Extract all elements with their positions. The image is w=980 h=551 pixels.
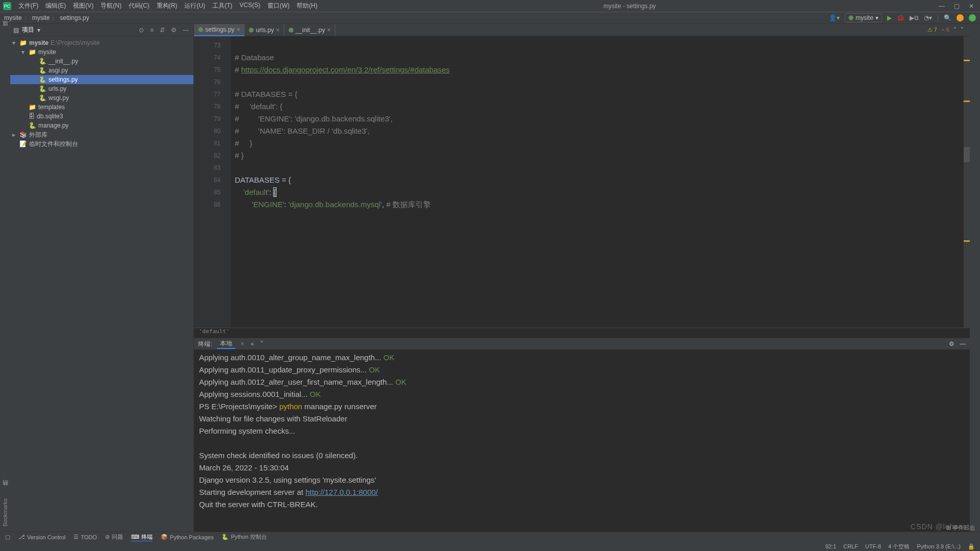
line-number[interactable]: 85	[194, 186, 220, 198]
menu-item[interactable]: 文件(F)	[15, 2, 41, 10]
profile-button[interactable]: ◔▾	[924, 14, 932, 21]
line-number[interactable]: 78	[194, 101, 220, 113]
code-analysis-indicator[interactable]: ⚠ 7 ⌁ 6 ˄ ˅	[927, 27, 970, 33]
code-line[interactable]: 'ENGINE': 'django.db.backends.mysql', # …	[235, 198, 970, 211]
tree-item[interactable]: 🐍asgi.py	[10, 66, 193, 75]
terminal-tab-close-icon[interactable]: ×	[240, 340, 244, 347]
code-line[interactable]: # 'NAME': BASE_DIR / 'db.sqlite3',	[235, 125, 970, 137]
chevron-down-icon[interactable]: ˅	[961, 27, 964, 33]
menu-item[interactable]: 重构(R)	[154, 2, 181, 10]
menu-item[interactable]: 窗口(W)	[264, 2, 292, 10]
line-number[interactable]: 77	[194, 88, 220, 101]
editor-tab[interactable]: ⬢__init__.py×	[284, 24, 335, 36]
code-editor[interactable]: 7374757677787980818283848586 # Database#…	[194, 36, 970, 328]
code-line[interactable]: # 'default': {	[235, 101, 970, 113]
line-separator[interactable]: CRLF	[843, 543, 858, 549]
run-configuration-selector[interactable]: ⬢ mysite ▾	[845, 13, 882, 22]
breadcrumb-item[interactable]: mysite	[32, 14, 50, 21]
bottom-tool-Version Control[interactable]: ⎇Version Control	[18, 534, 65, 540]
close-tab-icon[interactable]: ×	[236, 26, 240, 33]
chevron-down-icon[interactable]: ▾	[37, 27, 40, 34]
terminal-output[interactable]: Applying auth.0010_alter_group_name_max_…	[194, 349, 970, 532]
close-icon[interactable]: ✕	[969, 3, 974, 10]
expand-all-icon[interactable]: ≡	[149, 27, 155, 34]
line-number[interactable]: 73	[194, 39, 220, 52]
menu-item[interactable]: 工具(T)	[209, 2, 235, 10]
line-number[interactable]: 75	[194, 64, 220, 76]
line-number-gutter[interactable]: 7374757677787980818283848586	[194, 36, 225, 328]
code-line[interactable]	[235, 76, 970, 88]
tree-item[interactable]: 📁templates	[10, 103, 193, 112]
menu-item[interactable]: 视图(V)	[70, 2, 96, 10]
tree-item[interactable]: 🗄db.sqlite3	[10, 112, 193, 121]
hide-terminal-icon[interactable]: —	[960, 340, 966, 347]
coverage-button[interactable]: ▶⧉	[910, 14, 919, 21]
debug-button[interactable]: 🐞	[897, 14, 904, 21]
collapse-all-icon[interactable]: ⇵	[158, 27, 166, 34]
tree-item[interactable]: ▸📚外部库	[10, 130, 193, 139]
terminal-dropdown-icon[interactable]: ˅	[260, 340, 263, 347]
tree-item[interactable]: 🐍settings.py	[10, 75, 193, 84]
breadcrumb-item[interactable]: mysite	[4, 14, 22, 21]
indent-setting[interactable]: 4 个空格	[888, 543, 910, 550]
code-line[interactable]: # Database	[235, 52, 970, 64]
bottom-tool-问题[interactable]: ⊘问题	[105, 533, 123, 541]
code-breadcrumb[interactable]: 'default'	[194, 328, 970, 338]
tree-item[interactable]: 🐍manage.py	[10, 121, 193, 130]
tool-window-quick-access-icon[interactable]: ▢	[5, 534, 10, 540]
code-line[interactable]: DATABASES = {	[235, 174, 970, 186]
run-button[interactable]: ▶	[887, 14, 892, 21]
tree-item[interactable]: 🐍__init__.py	[10, 57, 193, 66]
menu-bar[interactable]: 文件(F)编辑(E)视图(V)导航(N)代码(C)重构(R)运行(U)工具(T)…	[15, 2, 321, 10]
hide-panel-icon[interactable]: —	[181, 27, 190, 34]
code-line[interactable]: # }	[235, 137, 970, 149]
code-line[interactable]	[235, 162, 970, 174]
menu-item[interactable]: 编辑(E)	[42, 2, 69, 10]
code-line[interactable]: 'default': {	[235, 186, 970, 198]
line-number[interactable]: 83	[194, 162, 220, 174]
code-line[interactable]	[235, 39, 970, 52]
code-line[interactable]: # 'ENGINE': 'django.db.backends.sqlite3'…	[235, 113, 970, 125]
editor-scrollbar[interactable]	[964, 36, 970, 328]
line-number[interactable]: 79	[194, 113, 220, 125]
python-interpreter[interactable]: Python 3.9 (E:\...)	[917, 543, 961, 549]
avatar-icon[interactable]	[957, 14, 964, 21]
tree-item[interactable]: ▾📁mysite	[10, 47, 193, 57]
gear-icon[interactable]: ⚙	[169, 27, 178, 34]
user-icon[interactable]: 👤▾	[829, 14, 840, 21]
editor-tab[interactable]: ⬢urls.py×	[244, 24, 284, 36]
line-number[interactable]: 82	[194, 149, 220, 162]
tree-item[interactable]: 🐍urls.py	[10, 84, 193, 93]
line-number[interactable]: 80	[194, 125, 220, 137]
minimize-icon[interactable]: —	[939, 3, 945, 10]
menu-item[interactable]: 帮助(H)	[293, 2, 321, 10]
code-line[interactable]: # https://docs.djangoproject.com/en/3.2/…	[235, 64, 970, 76]
terminal-tab-local[interactable]: 本地	[217, 339, 235, 349]
search-icon[interactable]: 🔍	[944, 14, 951, 21]
close-tab-icon[interactable]: ×	[327, 27, 331, 34]
lock-icon[interactable]: 🔒	[968, 543, 975, 550]
left-tool-strip[interactable]: 项目 结构 Bookmarks	[0, 24, 10, 532]
code-with-me-icon[interactable]	[969, 14, 976, 21]
code-line[interactable]: # }	[235, 149, 970, 162]
bottom-tool-TODO[interactable]: ☰TODO	[74, 534, 97, 540]
new-terminal-icon[interactable]: ＋	[249, 340, 255, 348]
tree-item[interactable]: 🐍wsgi.py	[10, 93, 193, 103]
file-encoding[interactable]: UTF-8	[865, 543, 881, 549]
tree-item[interactable]: 📝临时文件和控制台	[10, 139, 193, 148]
bottom-tool-Python Packages[interactable]: 📦Python Packages	[161, 534, 214, 540]
caret-position[interactable]: 92:1	[825, 543, 836, 549]
line-number[interactable]: 86	[194, 198, 220, 211]
right-tool-strip[interactable]	[970, 24, 980, 532]
menu-item[interactable]: 代码(C)	[126, 2, 153, 10]
gear-icon[interactable]: ⚙	[949, 340, 954, 347]
bottom-tool-终端[interactable]: ⌨终端	[131, 533, 153, 541]
chevron-up-icon[interactable]: ˄	[953, 27, 957, 33]
breadcrumb[interactable]: mysite〉mysite〉settings.py	[4, 14, 89, 22]
menu-item[interactable]: 导航(N)	[97, 2, 125, 10]
menu-item[interactable]: 运行(U)	[181, 2, 208, 10]
line-number[interactable]: 84	[194, 174, 220, 186]
line-number[interactable]: 76	[194, 76, 220, 88]
menu-item[interactable]: VCS(S)	[236, 2, 263, 10]
close-tab-icon[interactable]: ×	[276, 27, 280, 34]
